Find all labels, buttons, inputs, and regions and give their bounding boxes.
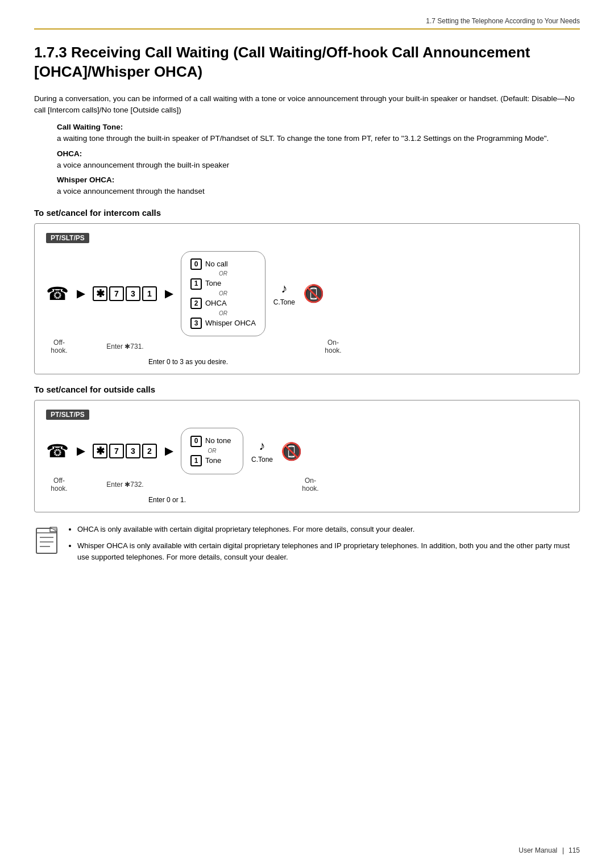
option-row-1: 1 Tone bbox=[190, 277, 256, 291]
term-label-cwt: Call Waiting Tone: bbox=[57, 123, 123, 131]
ctone-label-2: C.Tone bbox=[251, 456, 273, 464]
diagram-row-1: ☎ ▶ ✱ 7 3 1 ▶ 0 No call OR 1 bbox=[46, 251, 568, 337]
term-text-ohca: a voice announcement through the built-i… bbox=[57, 161, 229, 169]
label-row-1: Off-hook. Enter ✱731. On-hook. bbox=[46, 339, 568, 354]
label-enter-1: Enter ✱731. bbox=[94, 343, 156, 350]
note-icon bbox=[34, 526, 59, 560]
footer-label: User Manual bbox=[518, 846, 557, 854]
diagram-box-outside: PT/SLT/PS ☎ ▶ ✱ 7 3 2 ▶ 0 No tone bbox=[34, 400, 580, 512]
opt-num-2: 2 bbox=[190, 298, 202, 309]
key-star-1: ✱ bbox=[93, 286, 107, 301]
ctone-group-1: ♪ C.Tone bbox=[273, 281, 295, 306]
opt2-num-1: 1 bbox=[190, 455, 202, 466]
option-row-0: 0 No call bbox=[190, 257, 256, 272]
opt-num-3: 3 bbox=[190, 318, 202, 329]
pt-badge-2: PT/SLT/PS bbox=[46, 410, 89, 420]
footer: User Manual 115 bbox=[518, 846, 580, 854]
diagram-row-2: ☎ ▶ ✱ 7 3 2 ▶ 0 No tone OR 1 bbox=[46, 428, 568, 474]
opt-text-3: Whisper OHCA bbox=[205, 316, 256, 331]
bell-icon-1: ♪ bbox=[281, 281, 287, 296]
key-3-2: 3 bbox=[126, 444, 140, 458]
options-box-1: 0 No call OR 1 Tone OR 2 OHCA OR 3 Whisp… bbox=[181, 251, 265, 337]
opt-text-2: OHCA bbox=[205, 297, 227, 311]
enter-note-2: Enter 0 or 1. bbox=[148, 496, 568, 504]
note-list: OHCA is only available with certain digi… bbox=[68, 524, 580, 568]
label-enter-2: Enter ✱732. bbox=[94, 481, 156, 489]
key-3-1: 3 bbox=[126, 286, 140, 301]
header-bar: 1.7 Setting the Telephone According to Y… bbox=[34, 17, 580, 30]
intro-text: During a conversation, you can be inform… bbox=[34, 93, 580, 116]
option-row-2-1: 1 Tone bbox=[190, 454, 234, 468]
term-label-wohca: Whisper OHCA: bbox=[57, 176, 114, 184]
enter-note-1: Enter 0 to 3 as you desire. bbox=[148, 358, 568, 366]
term-label-ohca: OHCA: bbox=[57, 149, 82, 158]
key-2-2: 2 bbox=[142, 444, 157, 458]
option-row-3: 3 Whisper OHCA bbox=[190, 316, 256, 331]
or-2: OR bbox=[190, 291, 256, 297]
arrow-1b: ▶ bbox=[165, 287, 173, 300]
option-row-2-0: 0 No tone bbox=[190, 434, 234, 448]
or-2-1: OR bbox=[190, 448, 234, 454]
ctone-group-2: ♪ C.Tone bbox=[251, 439, 273, 464]
opt-num-1: 1 bbox=[190, 278, 202, 290]
note-box: OHCA is only available with certain digi… bbox=[34, 524, 580, 568]
opt-text-0: No call bbox=[205, 257, 228, 272]
term-text-wohca: a voice announcement through the handset bbox=[57, 187, 205, 195]
label-onhook-1: On-hook. bbox=[320, 339, 346, 354]
offhook-phone-icon-1: ☎ bbox=[46, 283, 69, 304]
arrow-2b: ▶ bbox=[165, 445, 173, 457]
key-7-1: 7 bbox=[109, 286, 124, 301]
label-offhook-2: Off-hook. bbox=[46, 477, 72, 493]
header-text: 1.7 Setting the Telephone According to Y… bbox=[426, 17, 580, 25]
label-onhook-2: On-hook. bbox=[297, 477, 323, 493]
page-title: 1.7.3 Receiving Call Waiting (Call Waiti… bbox=[34, 43, 580, 82]
footer-divider bbox=[563, 848, 563, 854]
note-item-1: OHCA is only available with certain digi… bbox=[77, 524, 580, 536]
arrow-2a: ▶ bbox=[77, 445, 85, 457]
opt2-text-1: Tone bbox=[205, 454, 221, 468]
notepad-icon-svg bbox=[34, 526, 59, 554]
section2-heading: To set/cancel for outside calls bbox=[34, 385, 580, 394]
bell-icon-2: ♪ bbox=[259, 439, 265, 453]
key-7-2: 7 bbox=[109, 444, 124, 458]
or-1: OR bbox=[190, 271, 256, 277]
onhook-phone-icon-1: 📵 bbox=[303, 283, 324, 303]
arrow-1a: ▶ bbox=[77, 287, 85, 300]
opt2-text-0: No tone bbox=[205, 434, 231, 448]
onhook-phone-icon-2: 📵 bbox=[281, 441, 302, 461]
note-item-2: Whisper OHCA is only available with cert… bbox=[77, 540, 580, 564]
term-call-waiting-tone: Call Waiting Tone: a waiting tone throug… bbox=[57, 122, 580, 145]
opt-text-1: Tone bbox=[205, 277, 221, 291]
key-1-1: 1 bbox=[142, 286, 157, 301]
footer-page: 115 bbox=[569, 846, 580, 854]
offhook-phone-icon-2: ☎ bbox=[46, 440, 69, 462]
opt-num-0: 0 bbox=[190, 258, 202, 270]
term-whisper-ohca: Whisper OHCA: a voice announcement throu… bbox=[57, 174, 580, 198]
label-offhook-1: Off-hook. bbox=[46, 339, 72, 354]
diagram-box-intercom: PT/SLT/PS ☎ ▶ ✱ 7 3 1 ▶ 0 No call bbox=[34, 223, 580, 375]
key-star-2: ✱ bbox=[93, 444, 107, 458]
ctone-label-1: C.Tone bbox=[273, 298, 295, 306]
key-group-1: ✱ 7 3 1 bbox=[93, 286, 157, 301]
term-text-cwt: a waiting tone through the built-in spea… bbox=[57, 134, 549, 143]
option-row-2: 2 OHCA bbox=[190, 297, 256, 311]
term-ohca: OHCA: a voice announcement through the b… bbox=[57, 148, 580, 172]
page: 1.7 Setting the Telephone According to Y… bbox=[0, 0, 614, 868]
options-box-2: 0 No tone OR 1 Tone bbox=[181, 428, 243, 474]
opt2-num-0: 0 bbox=[190, 436, 202, 447]
key-group-2: ✱ 7 3 2 bbox=[93, 444, 157, 458]
pt-badge-1: PT/SLT/PS bbox=[46, 233, 89, 243]
section1-heading: To set/cancel for intercom calls bbox=[34, 208, 580, 218]
label-row-2: Off-hook. Enter ✱732. On-hook. bbox=[46, 477, 568, 493]
or-3: OR bbox=[190, 311, 256, 316]
